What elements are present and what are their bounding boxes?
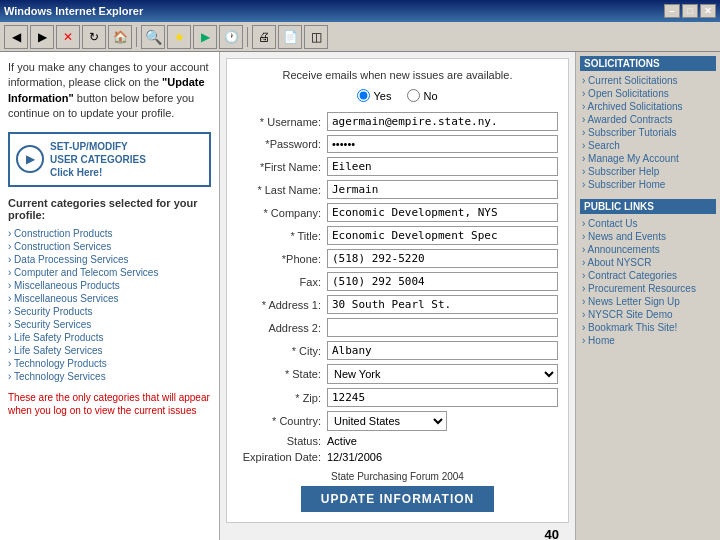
- company-label: * Company:: [237, 207, 327, 219]
- category-item[interactable]: Life Safety Products: [8, 331, 211, 344]
- subscriber-help-link[interactable]: Subscriber Help: [580, 165, 716, 178]
- username-label: * Username:: [237, 116, 327, 128]
- state-select[interactable]: New York: [327, 364, 558, 384]
- city-row: * City:: [237, 341, 558, 360]
- archived-solicitations-link[interactable]: Archived Solicitations: [580, 100, 716, 113]
- company-field[interactable]: [327, 203, 558, 222]
- category-item[interactable]: Computer and Telecom Services: [8, 266, 211, 279]
- setup-box[interactable]: ▶ SET-UP/MODIFY USER CATEGORIES Click He…: [8, 132, 211, 187]
- password-row: *Password:: [237, 135, 558, 153]
- nyscr-site-demo-link[interactable]: NYSCR Site Demo: [580, 308, 716, 321]
- current-solicitations-link[interactable]: Current Solicitations: [580, 74, 716, 87]
- radio-yes-label[interactable]: Yes: [357, 89, 391, 102]
- public-links-section: PUBLIC LINKS Contact Us News and Events …: [580, 199, 716, 347]
- refresh-button[interactable]: ↻: [82, 25, 106, 49]
- address2-field[interactable]: [327, 318, 558, 337]
- status-row: Status: Active: [237, 435, 558, 447]
- titlebar-controls[interactable]: – □ ✕: [664, 4, 716, 18]
- history-button[interactable]: 🕐: [219, 25, 243, 49]
- print-button[interactable]: 🖨: [252, 25, 276, 49]
- home-button[interactable]: 🏠: [108, 25, 132, 49]
- category-item[interactable]: Technology Products: [8, 357, 211, 370]
- minimize-button[interactable]: –: [664, 4, 680, 18]
- search-link[interactable]: Search: [580, 139, 716, 152]
- address2-row: Address 2:: [237, 318, 558, 337]
- contract-categories-link[interactable]: Contract Categories: [580, 269, 716, 282]
- titlebar: Windows Internet Explorer – □ ✕: [0, 0, 720, 22]
- media-button[interactable]: ▶: [193, 25, 217, 49]
- username-field[interactable]: [327, 112, 558, 131]
- category-item[interactable]: Security Products: [8, 305, 211, 318]
- radio-yes[interactable]: [357, 89, 370, 102]
- setup-text: SET-UP/MODIFY USER CATEGORIES Click Here…: [50, 140, 146, 179]
- favorites-button[interactable]: ★: [167, 25, 191, 49]
- contact-us-link[interactable]: Contact Us: [580, 217, 716, 230]
- company-row: * Company:: [237, 203, 558, 222]
- news-events-link[interactable]: News and Events: [580, 230, 716, 243]
- toolbar: ◀ ▶ ✕ ↻ 🏠 🔍 ★ ▶ 🕐 🖨 📄 ◫: [0, 22, 720, 52]
- country-select[interactable]: United States: [327, 411, 447, 431]
- category-item[interactable]: Miscellaneous Products: [8, 279, 211, 292]
- phone-field[interactable]: [327, 249, 558, 268]
- left-sidebar: If you make any changes to your account …: [0, 52, 220, 540]
- category-item[interactable]: Security Services: [8, 318, 211, 331]
- address1-field[interactable]: [327, 295, 558, 314]
- email-notice: Receive emails when new issues are avail…: [237, 69, 558, 81]
- city-field[interactable]: [327, 341, 558, 360]
- category-item[interactable]: Construction Services: [8, 240, 211, 253]
- awarded-contracts-link[interactable]: Awarded Contracts: [580, 113, 716, 126]
- categories-title: Current categories selected for your pro…: [8, 197, 211, 221]
- forward-button[interactable]: ▶: [30, 25, 54, 49]
- category-item[interactable]: Technology Services: [8, 370, 211, 383]
- state-row: * State: New York: [237, 364, 558, 384]
- right-sidebar: SOLICITATIONS Current Solicitations Open…: [575, 52, 720, 540]
- home-link[interactable]: Home: [580, 334, 716, 347]
- back-button[interactable]: ◀: [4, 25, 28, 49]
- toolbar-separator-2: [247, 27, 248, 47]
- manage-account-link[interactable]: Manage My Account: [580, 152, 716, 165]
- zip-row: * Zip:: [237, 388, 558, 407]
- procurement-resources-link[interactable]: Procurement Resources: [580, 282, 716, 295]
- solicitations-title: SOLICITATIONS: [580, 56, 716, 71]
- expiration-value: 12/31/2006: [327, 451, 382, 463]
- newsletter-signup-link[interactable]: News Letter Sign Up: [580, 295, 716, 308]
- firstname-field[interactable]: [327, 157, 558, 176]
- play-icon: ▶: [16, 145, 44, 173]
- category-item[interactable]: Data Processing Services: [8, 253, 211, 266]
- title-field[interactable]: [327, 226, 558, 245]
- edit-button[interactable]: 📄: [278, 25, 302, 49]
- discuss-button[interactable]: ◫: [304, 25, 328, 49]
- lastname-row: * Last Name:: [237, 180, 558, 199]
- status-value: Active: [327, 435, 357, 447]
- bookmark-site-link[interactable]: Bookmark This Site!: [580, 321, 716, 334]
- zip-field[interactable]: [327, 388, 558, 407]
- close-button[interactable]: ✕: [700, 4, 716, 18]
- title-row: * Title:: [237, 226, 558, 245]
- fax-field[interactable]: [327, 272, 558, 291]
- category-item[interactable]: Construction Products: [8, 227, 211, 240]
- password-field[interactable]: [327, 135, 558, 153]
- state-label: * State:: [237, 368, 327, 380]
- lastname-field[interactable]: [327, 180, 558, 199]
- category-item[interactable]: Miscellaneous Services: [8, 292, 211, 305]
- address2-label: Address 2:: [237, 322, 327, 334]
- subscriber-tutorials-link[interactable]: Subscriber Tutorials: [580, 126, 716, 139]
- status-label: Status:: [237, 435, 327, 447]
- address1-row: * Address 1:: [237, 295, 558, 314]
- phone-label: *Phone:: [237, 253, 327, 265]
- subscriber-home-link[interactable]: Subscriber Home: [580, 178, 716, 191]
- update-information-button[interactable]: UPDATE INFORMATION: [301, 486, 495, 512]
- announcements-link[interactable]: Announcements: [580, 243, 716, 256]
- stop-button[interactable]: ✕: [56, 25, 80, 49]
- radio-no-label[interactable]: No: [407, 89, 437, 102]
- search-button[interactable]: 🔍: [141, 25, 165, 49]
- open-solicitations-link[interactable]: Open Solicitations: [580, 87, 716, 100]
- radio-no[interactable]: [407, 89, 420, 102]
- expiration-label: Expiration Date:: [237, 451, 327, 463]
- about-nyscr-link[interactable]: About NYSCR: [580, 256, 716, 269]
- fax-row: Fax:: [237, 272, 558, 291]
- address1-label: * Address 1:: [237, 299, 327, 311]
- firstname-row: *First Name:: [237, 157, 558, 176]
- category-item[interactable]: Life Safety Services: [8, 344, 211, 357]
- maximize-button[interactable]: □: [682, 4, 698, 18]
